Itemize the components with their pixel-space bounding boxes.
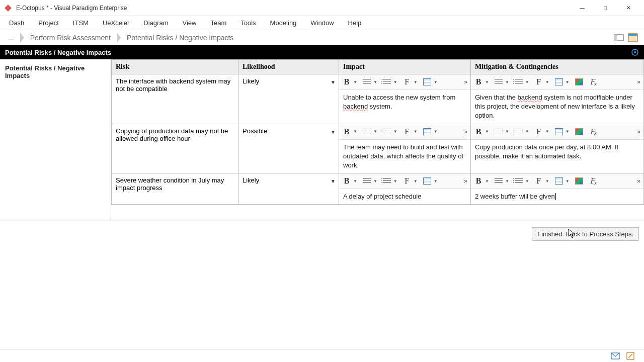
risk-cell[interactable]: The interface with backend system may no… [112, 74, 238, 124]
menu-view[interactable]: View [175, 17, 203, 29]
chevron-down-icon[interactable]: ▼ [524, 80, 529, 84]
bold-button[interactable]: B [473, 175, 484, 187]
font-button[interactable]: F [533, 76, 544, 87]
chevron-down-icon[interactable]: ▼ [392, 80, 397, 84]
maximize-button[interactable]: □ [594, 0, 617, 16]
align-button[interactable] [361, 175, 372, 187]
menu-uexceler[interactable]: UeXceler [96, 17, 136, 29]
color-icon[interactable] [574, 76, 585, 87]
risk-cell[interactable]: Copying of production data may not be al… [112, 124, 238, 173]
chevron-down-icon[interactable]: ▼ [413, 80, 418, 84]
chevron-down-icon[interactable]: ▼ [433, 129, 438, 134]
clear-format-icon[interactable]: F [589, 175, 600, 187]
chevron-down-icon[interactable]: ▼ [565, 179, 570, 184]
menu-project[interactable]: Project [31, 17, 65, 29]
font-button[interactable]: F [401, 76, 413, 87]
chevron-down-icon[interactable]: ▼ [433, 179, 438, 184]
bold-button[interactable]: B [341, 175, 352, 187]
target-icon[interactable] [631, 48, 639, 56]
chevron-down-icon[interactable]: ▼ [565, 129, 570, 134]
table-icon[interactable] [422, 76, 433, 87]
chevron-down-icon[interactable]: ▼ [504, 80, 509, 84]
list-button[interactable] [381, 76, 392, 87]
mitigation-cell[interactable]: B▼▼▼F▼▼F»2 weeks buffer will be given [471, 173, 644, 205]
likelihood-cell[interactable]: Likely▼ [238, 74, 339, 124]
impact-cell[interactable]: B▼▼▼F▼▼»A delay of project schedule [339, 173, 471, 205]
list-button[interactable] [513, 126, 524, 137]
chevron-down-icon[interactable]: ▼ [352, 179, 357, 184]
chevron-down-icon[interactable]: ▼ [372, 179, 377, 184]
minimize-button[interactable]: — [571, 0, 594, 16]
list-button[interactable] [381, 126, 392, 137]
chevron-down-icon[interactable]: ▼ [392, 129, 397, 134]
mitigation-cell[interactable]: B▼▼▼F▼▼F»Copy production data once per d… [471, 124, 644, 173]
menu-help[interactable]: Help [341, 17, 369, 29]
more-button[interactable]: » [464, 177, 468, 185]
align-button[interactable] [361, 126, 372, 137]
chevron-down-icon[interactable]: ▼ [544, 129, 549, 134]
align-button[interactable] [493, 76, 504, 87]
clear-format-icon[interactable]: F [589, 126, 600, 137]
breadcrumb-root[interactable]: ... [3, 33, 19, 43]
chevron-down-icon[interactable]: ▼ [484, 80, 489, 84]
menu-modeling[interactable]: Modeling [263, 17, 304, 29]
bold-button[interactable]: B [473, 76, 484, 87]
mitigation-text[interactable]: Given that the backend system is not mod… [471, 90, 643, 124]
list-button[interactable] [513, 76, 524, 87]
list-button[interactable] [381, 175, 392, 187]
menu-team[interactable]: Team [203, 17, 233, 29]
table-icon[interactable] [422, 175, 433, 187]
impact-text[interactable]: A delay of project schedule [339, 189, 470, 204]
col-impact[interactable]: Impact [339, 60, 471, 74]
col-risk[interactable]: Risk [112, 60, 238, 74]
bold-button[interactable]: B [341, 76, 352, 87]
font-button[interactable]: F [533, 175, 544, 187]
chevron-down-icon[interactable]: ▼ [524, 129, 529, 134]
table-icon[interactable] [553, 175, 565, 187]
more-button[interactable]: » [637, 128, 641, 135]
color-icon[interactable] [574, 175, 585, 187]
color-icon[interactable] [574, 126, 585, 137]
chevron-down-icon[interactable]: ▼ [413, 129, 418, 134]
likelihood-cell[interactable]: Likely▼ [238, 173, 339, 205]
bold-button[interactable]: B [473, 126, 484, 137]
chevron-down-icon[interactable]: ▼ [524, 179, 529, 184]
table-icon[interactable] [553, 76, 565, 87]
layout-icon[interactable] [614, 33, 624, 42]
mitigation-cell[interactable]: B▼▼▼F▼▼F»Given that the backend system i… [471, 74, 644, 124]
clear-format-icon[interactable]: F [589, 76, 600, 87]
chevron-down-icon[interactable]: ▼ [565, 80, 570, 84]
menu-itsm[interactable]: ITSM [66, 17, 96, 29]
likelihood-cell[interactable]: Possible▼ [238, 124, 339, 173]
menu-tools[interactable]: Tools [233, 17, 263, 29]
more-button[interactable]: » [637, 177, 641, 185]
col-likelihood[interactable]: Likelihood [238, 60, 339, 74]
chevron-down-icon[interactable]: ▼ [484, 129, 489, 134]
chevron-down-icon[interactable]: ▼ [331, 178, 336, 184]
col-mitigation[interactable]: Mitigation & Contingencies [471, 60, 644, 74]
table-icon[interactable] [422, 126, 433, 137]
chevron-down-icon[interactable]: ▼ [372, 80, 377, 84]
finish-button[interactable]: Finished. Back to Process Steps. [532, 227, 639, 241]
align-button[interactable] [493, 126, 504, 137]
more-button[interactable]: » [464, 78, 468, 85]
menu-window[interactable]: Window [303, 17, 341, 29]
mitigation-text[interactable]: Copy production data once per day, at 8:… [471, 140, 643, 164]
mitigation-text[interactable]: 2 weeks buffer will be given [471, 189, 643, 204]
chevron-down-icon[interactable]: ▼ [544, 179, 549, 184]
chevron-down-icon[interactable]: ▼ [372, 129, 377, 134]
chevron-down-icon[interactable]: ▼ [504, 179, 509, 184]
font-button[interactable]: F [401, 126, 413, 137]
chevron-down-icon[interactable]: ▼ [504, 129, 509, 134]
chevron-down-icon[interactable]: ▼ [544, 80, 549, 84]
table-icon[interactable] [553, 126, 565, 137]
font-button[interactable]: F [533, 126, 544, 137]
chevron-down-icon[interactable]: ▼ [331, 79, 336, 85]
impact-cell[interactable]: B▼▼▼F▼▼»Unable to access the new system … [339, 74, 471, 124]
chevron-down-icon[interactable]: ▼ [413, 179, 418, 184]
chevron-down-icon[interactable]: ▼ [331, 129, 336, 135]
risk-cell[interactable]: Severe weather condition in July may imp… [112, 173, 238, 205]
impact-text[interactable]: The team may need to build and test with… [339, 140, 470, 173]
menu-dash[interactable]: Dash [2, 17, 31, 29]
bold-button[interactable]: B [341, 126, 352, 137]
